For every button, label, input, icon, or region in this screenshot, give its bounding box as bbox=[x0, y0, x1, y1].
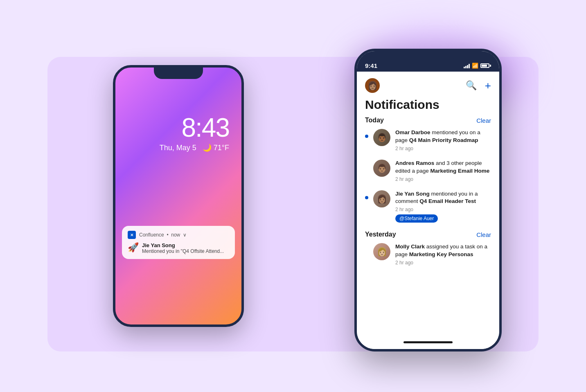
search-icon[interactable]: 🔍 bbox=[466, 80, 477, 91]
notif-content: Jie Yan Song mentioned you in a comment … bbox=[395, 190, 491, 206]
read-dot bbox=[365, 165, 368, 169]
back-phone-notch bbox=[154, 68, 203, 79]
unread-dot bbox=[365, 135, 368, 138]
notif-content: Andres Ramos and 3 other people edited a… bbox=[395, 160, 491, 175]
today-clear-button[interactable]: Clear bbox=[476, 117, 491, 124]
notification-list: Today Clear 👨🏾 Omar Darboe mentioned you… bbox=[357, 117, 499, 335]
read-dot bbox=[365, 249, 368, 252]
mention-tag: @Stefanie Auer bbox=[395, 214, 438, 223]
status-time: 9:41 bbox=[365, 62, 377, 69]
notification-item[interactable]: 👩🏼 Molly Clark assigned you a task on a … bbox=[365, 243, 491, 266]
lock-notif-emoji: 🚀 bbox=[128, 242, 139, 253]
yesterday-section-title: Yesterday bbox=[365, 231, 396, 238]
yesterday-section-header: Yesterday Clear bbox=[365, 231, 491, 238]
sender-name: Jie Yan Song bbox=[395, 191, 430, 197]
scene: 8:43 Thu, May 5 🌙 71°F ✕ Confluence • no… bbox=[31, 32, 555, 360]
notif-time: 2 hr ago bbox=[395, 146, 491, 151]
app-header: 👩🏽 🔍 + bbox=[357, 72, 499, 96]
battery-icon bbox=[480, 63, 491, 68]
header-icons: 🔍 + bbox=[466, 79, 491, 92]
lock-notif-app-name: Confluence • now ∨ bbox=[139, 232, 187, 238]
molly-avatar: 👩🏼 bbox=[373, 243, 390, 260]
lock-notif-text-block: Jie Yan Song Mentioned you in "Q4 Offsit… bbox=[142, 242, 224, 254]
notif-text: Andres Ramos and 3 other people edited a… bbox=[395, 160, 491, 182]
confluence-icon: ✕ bbox=[128, 231, 136, 239]
signal-icon bbox=[464, 63, 470, 68]
today-section-header: Today Clear bbox=[365, 117, 491, 124]
lock-date-text: Thu, May 5 bbox=[160, 144, 196, 152]
jie-avatar: 👩🏽 bbox=[373, 190, 390, 207]
wifi-icon: 📶 bbox=[472, 63, 478, 69]
andres-face: 👨🏽 bbox=[373, 160, 390, 177]
sender-name: Andres Ramos bbox=[395, 160, 434, 166]
lock-notif-message: Mentioned you in "Q4 Offsite Attend... bbox=[142, 248, 224, 254]
omar-face: 👨🏾 bbox=[373, 129, 390, 146]
notif-content: Molly Clark assigned you a task on a pag… bbox=[395, 243, 491, 259]
notification-item[interactable]: 👨🏽 Andres Ramos and 3 other people edite… bbox=[365, 160, 491, 182]
today-section-title: Today bbox=[365, 117, 384, 124]
notif-time: 2 hr ago bbox=[395, 207, 491, 212]
lock-notif-body: 🚀 Jie Yan Song Mentioned you in "Q4 Offs… bbox=[128, 242, 229, 254]
notif-time: 2 hr ago bbox=[395, 176, 491, 182]
notif-text: Molly Clark assigned you a task on a pag… bbox=[395, 243, 491, 266]
page-title: Notifications bbox=[357, 96, 499, 117]
phone-top-bar: 9:41 📶 bbox=[357, 51, 499, 72]
molly-face: 👩🏼 bbox=[373, 243, 390, 260]
phone-front: 9:41 📶 bbox=[354, 49, 502, 351]
unread-dot bbox=[365, 196, 368, 199]
lock-notification-card: ✕ Confluence • now ∨ 🚀 Jie Yan Song Ment… bbox=[122, 226, 235, 259]
omar-avatar: 👨🏾 bbox=[373, 129, 390, 146]
front-phone-notch bbox=[401, 51, 455, 64]
notif-text: Jie Yan Song mentioned you in a comment … bbox=[395, 190, 491, 223]
home-bar bbox=[403, 341, 453, 343]
yesterday-clear-button[interactable]: Clear bbox=[476, 231, 491, 238]
page-name: Marketing Key Personas bbox=[409, 251, 473, 257]
app-content: 👩🏽 🔍 + Notifications Today Clear bbox=[357, 72, 499, 349]
sender-name: Omar Darboe bbox=[395, 129, 430, 135]
lock-weather-text: 🌙 71°F bbox=[203, 144, 229, 152]
jie-face: 👩🏽 bbox=[373, 190, 390, 207]
phone-back: 8:43 Thu, May 5 🌙 71°F ✕ Confluence • no… bbox=[113, 65, 244, 327]
dot-container bbox=[365, 243, 368, 252]
sender-name: Molly Clark bbox=[395, 243, 425, 250]
status-icons: 📶 bbox=[464, 63, 491, 69]
dot-container bbox=[365, 190, 368, 199]
dot-container bbox=[365, 160, 368, 169]
home-indicator bbox=[357, 335, 499, 349]
user-avatar[interactable]: 👩🏽 bbox=[365, 78, 380, 93]
lock-notif-header: ✕ Confluence • now ∨ bbox=[128, 231, 229, 239]
notification-item[interactable]: 👩🏽 Jie Yan Song mentioned you in a comme… bbox=[365, 190, 491, 223]
lock-notif-sender: Jie Yan Song bbox=[142, 242, 224, 248]
add-icon[interactable]: + bbox=[485, 79, 491, 92]
andres-avatar: 👨🏽 bbox=[373, 160, 390, 177]
notif-content: Omar Darboe mentioned you on a page Q4 M… bbox=[395, 129, 491, 144]
dot-container bbox=[365, 129, 368, 138]
page-name: Q4 Email Header Test bbox=[419, 198, 476, 204]
lock-screen-time: 8:43 bbox=[181, 113, 229, 143]
page-name: Marketing Email Home bbox=[430, 168, 490, 174]
page-name: Q4 Main Priority Roadmap bbox=[409, 137, 478, 143]
lock-screen-date: Thu, May 5 🌙 71°F bbox=[160, 143, 229, 152]
notif-text: Omar Darboe mentioned you on a page Q4 M… bbox=[395, 129, 491, 151]
notif-time: 2 hr ago bbox=[395, 260, 491, 266]
avatar-face: 👩🏽 bbox=[365, 78, 380, 93]
notification-item[interactable]: 👨🏾 Omar Darboe mentioned you on a page Q… bbox=[365, 129, 491, 151]
